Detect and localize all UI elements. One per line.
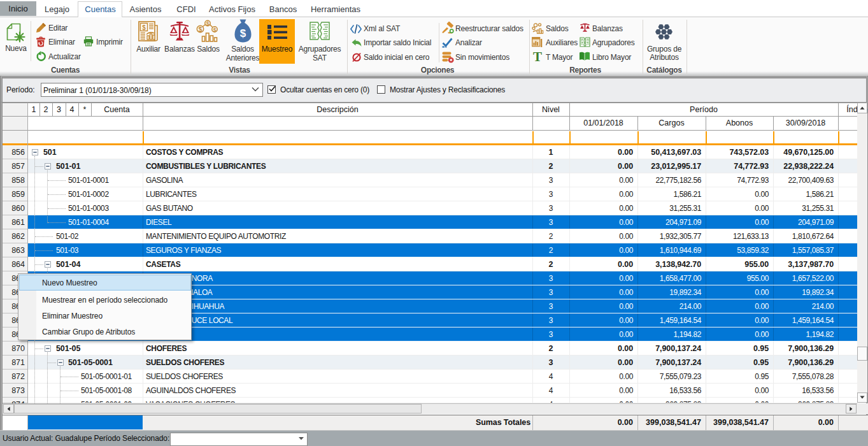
svg-text:$: $ xyxy=(142,24,146,31)
svg-text:$: $ xyxy=(199,26,203,33)
svg-text:$: $ xyxy=(213,27,217,33)
svg-text:$: $ xyxy=(240,27,246,40)
svg-text:$: $ xyxy=(206,20,210,27)
